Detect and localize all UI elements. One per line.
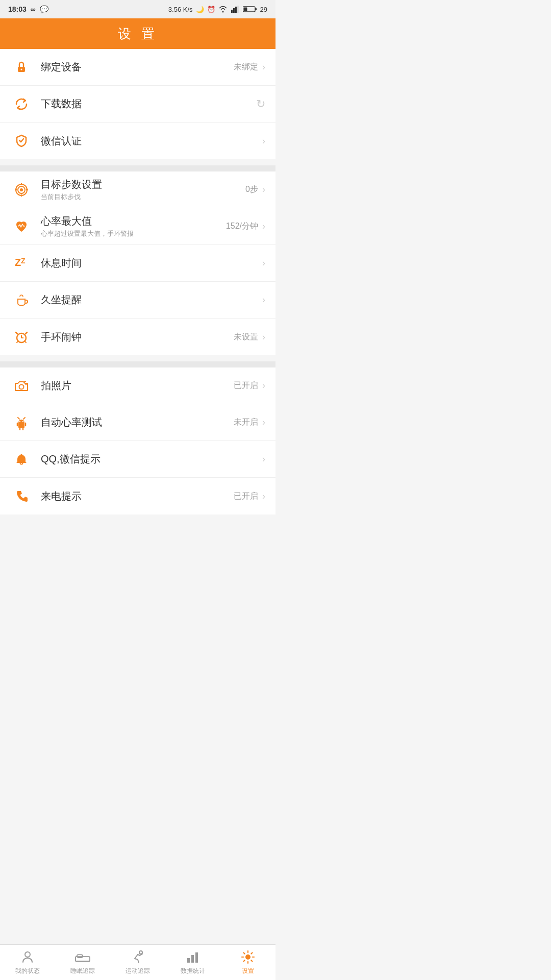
- android-icon: [10, 411, 33, 434]
- sedentary-reminder-title: 久坐提醒: [41, 293, 262, 307]
- settings-container: 绑定设备 未绑定 › 下载数据 ↻: [0, 49, 276, 556]
- svg-rect-2: [235, 7, 237, 13]
- band-alarm-right: 未设置 ›: [234, 332, 265, 342]
- settings-group-3: 拍照片 已开启 ›: [0, 368, 276, 514]
- rest-time-content: 休息时间: [41, 256, 262, 270]
- call-notify-item[interactable]: 来电提示 已开启 ›: [0, 478, 276, 514]
- refresh-icon: [10, 93, 33, 115]
- target-icon: [10, 179, 33, 201]
- bind-device-title: 绑定设备: [41, 60, 234, 74]
- call-notify-content: 来电提示: [41, 489, 234, 503]
- band-alarm-value: 未设置: [234, 332, 258, 342]
- qq-wechat-notify-content: QQ,微信提示: [41, 452, 262, 466]
- shield-icon: [10, 130, 33, 152]
- take-photo-value: 已开启: [234, 380, 258, 391]
- chevron-right-icon-7: ›: [262, 332, 265, 342]
- band-alarm-title: 手环闹钟: [41, 330, 234, 344]
- step-goal-value: 0步: [245, 184, 258, 195]
- sedentary-reminder-right: ›: [262, 295, 265, 305]
- rest-time-right: ›: [262, 258, 265, 268]
- download-data-title: 下载数据: [41, 97, 256, 111]
- chevron-right-icon-3: ›: [262, 184, 265, 195]
- svg-rect-0: [231, 10, 233, 13]
- chevron-right-icon-5: ›: [262, 258, 265, 268]
- heart-rate-max-title: 心率最大值: [41, 214, 226, 228]
- take-photo-item[interactable]: 拍照片 已开启 ›: [0, 368, 276, 404]
- phone-icon: [10, 485, 33, 507]
- sedentary-reminder-content: 久坐提醒: [41, 293, 262, 307]
- heart-rate-max-subtitle: 心率超过设置最大值，手环警报: [41, 229, 226, 238]
- status-wifi-icon: [218, 6, 228, 13]
- svg-point-21: [19, 384, 24, 389]
- rest-time-item[interactable]: Z Z 休息时间 ›: [0, 245, 276, 282]
- svg-rect-3: [237, 6, 239, 13]
- status-signal-icon: [231, 6, 240, 13]
- separator-1: [0, 165, 276, 172]
- svg-rect-1: [233, 8, 235, 13]
- call-notify-right: 已开启 ›: [234, 491, 265, 502]
- status-infinity: ∞: [31, 5, 36, 13]
- chevron-right-icon: ›: [262, 62, 265, 72]
- header: 设 置: [0, 18, 276, 49]
- status-bar: 18:03 ∞ 💬 3.56 K/s 🌙 ⏰: [0, 0, 276, 18]
- status-left: 18:03 ∞ 💬: [8, 5, 48, 13]
- call-notify-value: 已开启: [234, 491, 258, 502]
- page-title: 设 置: [118, 25, 157, 43]
- sedentary-reminder-item[interactable]: 久坐提醒 ›: [0, 282, 276, 318]
- download-data-right: ↻: [256, 97, 265, 111]
- chevron-right-icon-6: ›: [262, 295, 265, 305]
- chevron-right-icon-10: ›: [262, 454, 265, 464]
- camera-icon: [10, 375, 33, 397]
- svg-point-8: [21, 68, 22, 70]
- status-time: 18:03: [8, 5, 27, 13]
- heart-rate-max-right: 152/分钟 ›: [226, 221, 265, 232]
- chevron-right-icon-11: ›: [262, 491, 265, 502]
- bind-device-item[interactable]: 绑定设备 未绑定 ›: [0, 49, 276, 86]
- take-photo-content: 拍照片: [41, 379, 234, 393]
- wechat-auth-right: ›: [262, 136, 265, 146]
- step-goal-content: 目标步数设置 当前目标步伐: [41, 178, 245, 202]
- svg-text:Z: Z: [21, 257, 26, 265]
- bind-device-right: 未绑定 ›: [234, 62, 265, 72]
- auto-heart-rate-value: 未开启: [234, 417, 258, 428]
- settings-group-2: 目标步数设置 当前目标步伐 0步 › 心率最大值 心率超过设置最大值，手环警报 …: [0, 172, 276, 355]
- svg-line-29: [18, 418, 19, 419]
- bind-device-value: 未绑定: [234, 62, 258, 72]
- auto-heart-rate-item[interactable]: 自动心率测试 未开启 ›: [0, 404, 276, 441]
- wechat-auth-content: 微信认证: [41, 134, 262, 148]
- chevron-right-icon-4: ›: [262, 221, 265, 232]
- status-moon-icon: 🌙: [196, 6, 204, 13]
- heart-rate-max-value: 152/分钟: [226, 221, 258, 232]
- qq-wechat-notify-title: QQ,微信提示: [41, 452, 262, 466]
- band-alarm-item[interactable]: 手环闹钟 未设置 ›: [0, 318, 276, 355]
- step-goal-item[interactable]: 目标步数设置 当前目标步伐 0步 ›: [0, 172, 276, 208]
- wechat-auth-item[interactable]: 微信认证 ›: [0, 122, 276, 159]
- status-alarm-icon: ⏰: [207, 6, 215, 13]
- download-data-item[interactable]: 下载数据 ↻: [0, 86, 276, 122]
- chevron-right-icon-8: ›: [262, 380, 265, 391]
- heart-rate-max-item[interactable]: 心率最大值 心率超过设置最大值，手环警报 152/分钟 ›: [0, 208, 276, 245]
- auto-heart-rate-content: 自动心率测试: [41, 415, 234, 429]
- qq-wechat-notify-right: ›: [262, 454, 265, 464]
- settings-group-1: 绑定设备 未绑定 › 下载数据 ↻: [0, 49, 276, 159]
- svg-rect-5: [255, 8, 257, 10]
- svg-text:Z: Z: [15, 257, 21, 268]
- svg-line-30: [23, 418, 25, 419]
- status-battery-pct: 29: [260, 6, 267, 13]
- status-message-icon: 💬: [40, 5, 48, 13]
- auto-heart-rate-title: 自动心率测试: [41, 415, 234, 429]
- rest-time-title: 休息时间: [41, 256, 262, 270]
- step-goal-subtitle: 当前目标步伐: [41, 192, 245, 202]
- step-goal-title: 目标步数设置: [41, 178, 245, 191]
- lock-icon: [10, 56, 33, 79]
- bell-icon: [10, 448, 33, 471]
- take-photo-title: 拍照片: [41, 379, 234, 393]
- svg-point-11: [20, 188, 23, 191]
- call-notify-title: 来电提示: [41, 489, 234, 503]
- auto-heart-rate-right: 未开启 ›: [234, 417, 265, 428]
- svg-point-22: [26, 383, 27, 385]
- chevron-right-icon-2: ›: [262, 136, 265, 146]
- download-data-content: 下载数据: [41, 97, 256, 111]
- qq-wechat-notify-item[interactable]: QQ,微信提示 ›: [0, 441, 276, 478]
- chevron-right-icon-9: ›: [262, 417, 265, 428]
